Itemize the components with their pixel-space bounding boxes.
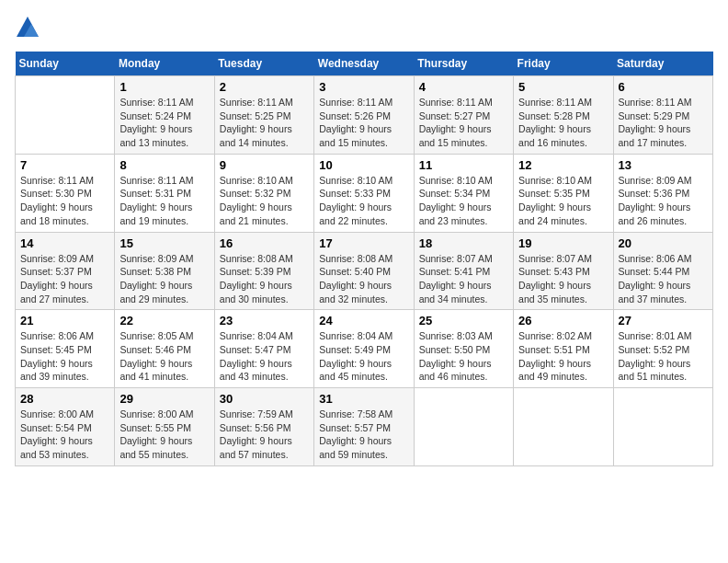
day-info: Sunrise: 8:10 AMSunset: 5:35 PMDaylight:… [518,174,608,228]
day-info: Sunrise: 7:58 AMSunset: 5:57 PMDaylight:… [319,408,408,462]
calendar-cell: 7Sunrise: 8:11 AMSunset: 5:30 PMDaylight… [16,154,115,232]
calendar-cell: 31Sunrise: 7:58 AMSunset: 5:57 PMDayligh… [314,388,414,466]
day-number: 18 [419,236,508,250]
day-info: Sunrise: 8:03 AMSunset: 5:50 PMDaylight:… [419,329,508,384]
day-info: Sunrise: 8:09 AMSunset: 5:38 PMDaylight:… [119,252,209,306]
header-cell-saturday: Saturday [613,52,712,76]
day-number: 19 [518,236,608,250]
header-cell-wednesday: Wednesday [314,52,414,76]
day-info: Sunrise: 8:04 AMSunset: 5:47 PMDaylight:… [220,329,309,384]
calendar-cell: 8Sunrise: 8:11 AMSunset: 5:31 PMDaylight… [115,154,214,232]
calendar-cell: 9Sunrise: 8:10 AMSunset: 5:32 PMDaylight… [214,154,313,232]
day-number: 31 [319,392,408,406]
day-info: Sunrise: 8:11 AMSunset: 5:25 PMDaylight:… [220,96,309,150]
calendar-cell: 17Sunrise: 8:08 AMSunset: 5:40 PMDayligh… [314,232,414,310]
header-cell-friday: Friday [514,52,613,76]
day-number: 14 [20,236,109,250]
day-number: 3 [319,80,408,94]
day-number: 9 [220,158,309,172]
day-number: 30 [220,392,309,406]
day-info: Sunrise: 8:11 AMSunset: 5:27 PMDaylight:… [419,96,508,150]
calendar-cell: 2Sunrise: 8:11 AMSunset: 5:25 PMDaylight… [214,76,313,155]
day-info: Sunrise: 8:10 AMSunset: 5:34 PMDaylight:… [419,174,508,228]
day-number: 21 [20,314,109,327]
calendar-cell: 11Sunrise: 8:10 AMSunset: 5:34 PMDayligh… [414,154,513,232]
week-row-3: 14Sunrise: 8:09 AMSunset: 5:37 PMDayligh… [16,232,713,310]
calendar-cell: 12Sunrise: 8:10 AMSunset: 5:35 PMDayligh… [514,154,613,232]
header-row: SundayMondayTuesdayWednesdayThursdayFrid… [16,52,713,76]
day-number: 22 [119,314,209,327]
day-info: Sunrise: 8:00 AMSunset: 5:55 PMDaylight:… [119,408,209,462]
calendar-cell: 30Sunrise: 7:59 AMSunset: 5:56 PMDayligh… [214,388,313,466]
header-cell-tuesday: Tuesday [214,52,313,76]
day-number: 12 [518,158,608,172]
calendar-cell: 13Sunrise: 8:09 AMSunset: 5:36 PMDayligh… [613,154,712,232]
header-cell-monday: Monday [115,52,214,76]
calendar-cell: 27Sunrise: 8:01 AMSunset: 5:52 PMDayligh… [613,310,712,388]
day-number: 29 [119,392,209,406]
calendar-cell: 3Sunrise: 8:11 AMSunset: 5:26 PMDaylight… [314,76,414,155]
day-info: Sunrise: 8:11 AMSunset: 5:31 PMDaylight:… [119,174,209,228]
day-info: Sunrise: 8:08 AMSunset: 5:39 PMDaylight:… [220,252,309,306]
day-number: 20 [619,236,708,250]
header-cell-thursday: Thursday [414,52,513,76]
day-number: 25 [419,314,508,327]
calendar-cell: 21Sunrise: 8:06 AMSunset: 5:45 PMDayligh… [16,310,115,388]
calendar-cell: 28Sunrise: 8:00 AMSunset: 5:54 PMDayligh… [16,388,115,466]
day-info: Sunrise: 8:10 AMSunset: 5:33 PMDaylight:… [319,174,408,228]
day-info: Sunrise: 8:09 AMSunset: 5:36 PMDaylight:… [619,174,708,228]
calendar-cell: 1Sunrise: 8:11 AMSunset: 5:24 PMDaylight… [115,76,214,155]
day-info: Sunrise: 8:11 AMSunset: 5:24 PMDaylight:… [119,96,209,150]
day-number: 27 [619,314,708,327]
day-info: Sunrise: 8:02 AMSunset: 5:51 PMDaylight:… [518,329,608,384]
calendar-cell: 24Sunrise: 8:04 AMSunset: 5:49 PMDayligh… [314,310,414,388]
calendar-cell [414,388,513,466]
calendar-table: SundayMondayTuesdayWednesdayThursdayFrid… [15,52,713,466]
day-number: 13 [619,158,708,172]
day-number: 23 [220,314,309,327]
calendar-cell [16,76,115,155]
day-number: 7 [20,158,109,172]
week-row-4: 21Sunrise: 8:06 AMSunset: 5:45 PMDayligh… [16,310,713,388]
day-number: 1 [119,80,209,94]
day-number: 5 [518,80,608,94]
calendar-cell: 25Sunrise: 8:03 AMSunset: 5:50 PMDayligh… [414,310,513,388]
day-number: 11 [419,158,508,172]
day-number: 28 [20,392,109,406]
day-info: Sunrise: 8:09 AMSunset: 5:37 PMDaylight:… [20,252,109,306]
day-number: 16 [220,236,309,250]
day-number: 2 [220,80,309,94]
logo-icon [15,15,40,40]
day-number: 24 [319,314,408,327]
page-header [15,15,713,40]
calendar-cell [514,388,613,466]
day-number: 26 [518,314,608,327]
calendar-cell: 29Sunrise: 8:00 AMSunset: 5:55 PMDayligh… [115,388,214,466]
day-info: Sunrise: 8:00 AMSunset: 5:54 PMDaylight:… [20,408,109,462]
calendar-cell [613,388,712,466]
week-row-1: 1Sunrise: 8:11 AMSunset: 5:24 PMDaylight… [16,76,713,155]
day-info: Sunrise: 8:01 AMSunset: 5:52 PMDaylight:… [619,329,708,384]
day-number: 15 [119,236,209,250]
day-info: Sunrise: 7:59 AMSunset: 5:56 PMDaylight:… [220,408,309,462]
day-info: Sunrise: 8:04 AMSunset: 5:49 PMDaylight:… [319,329,408,384]
day-number: 17 [319,236,408,250]
day-number: 8 [119,158,209,172]
week-row-2: 7Sunrise: 8:11 AMSunset: 5:30 PMDaylight… [16,154,713,232]
logo [15,15,42,40]
day-number: 6 [619,80,708,94]
calendar-cell: 6Sunrise: 8:11 AMSunset: 5:29 PMDaylight… [613,76,712,155]
day-info: Sunrise: 8:07 AMSunset: 5:43 PMDaylight:… [518,252,608,306]
calendar-cell: 19Sunrise: 8:07 AMSunset: 5:43 PMDayligh… [514,232,613,310]
day-info: Sunrise: 8:06 AMSunset: 5:44 PMDaylight:… [619,252,708,306]
calendar-cell: 20Sunrise: 8:06 AMSunset: 5:44 PMDayligh… [613,232,712,310]
day-info: Sunrise: 8:06 AMSunset: 5:45 PMDaylight:… [20,329,109,384]
calendar-cell: 23Sunrise: 8:04 AMSunset: 5:47 PMDayligh… [214,310,313,388]
day-info: Sunrise: 8:05 AMSunset: 5:46 PMDaylight:… [119,329,209,384]
day-info: Sunrise: 8:11 AMSunset: 5:28 PMDaylight:… [518,96,608,150]
calendar-cell: 4Sunrise: 8:11 AMSunset: 5:27 PMDaylight… [414,76,513,155]
day-number: 10 [319,158,408,172]
calendar-cell: 15Sunrise: 8:09 AMSunset: 5:38 PMDayligh… [115,232,214,310]
day-info: Sunrise: 8:11 AMSunset: 5:30 PMDaylight:… [20,174,109,228]
calendar-cell: 26Sunrise: 8:02 AMSunset: 5:51 PMDayligh… [514,310,613,388]
